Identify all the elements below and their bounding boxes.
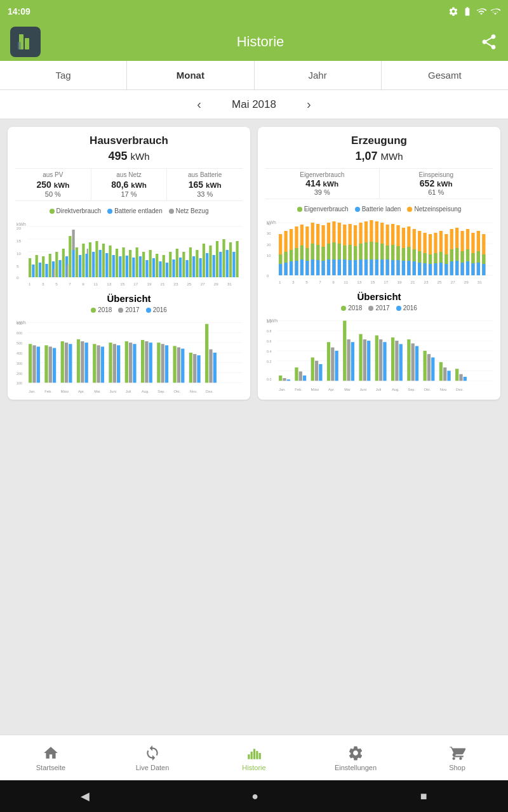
svg-rect-64 [182,252,185,277]
svg-rect-337 [375,336,378,381]
svg-rect-243 [402,261,405,275]
nav-startseite[interactable]: Startseite [0,735,102,780]
svg-rect-209 [343,246,346,259]
svg-rect-227 [375,242,378,259]
svg-rect-276 [460,263,464,275]
svg-rect-367 [248,754,250,759]
svg-rect-119 [65,343,68,383]
svg-rect-118 [61,341,64,383]
svg-text:11: 11 [344,280,349,284]
svg-rect-225 [370,259,373,275]
prev-arrow[interactable]: ‹ [192,92,206,117]
svg-rect-57 [159,261,161,277]
svg-text:Apr.: Apr. [78,390,85,393]
nav-livedaten[interactable]: Live Daten [102,735,203,780]
svg-rect-279 [466,261,469,275]
svg-rect-347 [427,354,431,381]
svg-text:13: 13 [357,280,362,284]
hausverbrauch-title: Hausverbrauch [15,134,243,147]
svg-text:600: 600 [17,331,22,335]
svg-rect-128 [113,344,116,383]
svg-text:27: 27 [451,280,456,284]
svg-rect-236 [391,245,394,260]
svg-text:Sep.: Sep. [157,390,165,393]
svg-rect-336 [367,341,370,381]
svg-rect-210 [343,259,346,275]
share-icon[interactable] [480,33,498,51]
svg-rect-180 [290,261,293,275]
svg-rect-216 [354,260,357,275]
tab-gesamt[interactable]: Gesamt [382,61,508,89]
svg-rect-204 [332,259,335,275]
svg-rect-28 [69,236,71,277]
date-label: Mai 2018 [232,98,276,111]
svg-text:Okt.: Okt. [424,388,431,391]
svg-rect-189 [305,261,309,275]
tab-tag[interactable]: Tag [0,61,127,89]
app-logo [10,27,41,57]
svg-rect-55 [152,258,155,277]
recents-button[interactable]: ■ [420,790,427,803]
svg-rect-23 [55,252,58,277]
eigenverbrauch-source: Eigenverbrauch 414 kWh 39 % [265,169,380,199]
svg-rect-334 [359,334,362,381]
svg-rect-47 [126,256,128,277]
svg-rect-192 [311,259,314,275]
aus-batterie: aus Batterie 165 kWh 33 % [167,169,243,200]
svg-text:19: 19 [397,280,402,284]
svg-text:5: 5 [17,264,19,268]
svg-text:700: 700 [17,322,22,325]
svg-text:März: März [311,388,319,391]
svg-rect-32 [79,255,81,277]
svg-text:29: 29 [214,282,219,286]
tab-jahr[interactable]: Jahr [255,61,382,89]
svg-rect-16 [36,255,38,277]
svg-rect-258 [429,264,432,275]
svg-rect-339 [383,342,386,381]
svg-rect-54 [149,250,152,277]
svg-rect-233 [386,246,389,259]
back-button[interactable]: ◀ [81,789,90,803]
home-button[interactable]: ● [251,790,258,803]
svg-rect-255 [423,263,426,275]
svg-text:31: 31 [227,282,232,286]
svg-rect-116 [49,346,52,383]
svg-rect-201 [327,259,330,275]
next-arrow[interactable]: › [302,92,316,117]
svg-rect-248 [413,249,416,261]
svg-rect-215 [354,246,357,260]
svg-text:Nov.: Nov. [190,390,197,393]
svg-rect-80 [236,241,238,277]
nav-historie[interactable]: Historie [203,735,305,780]
svg-rect-124 [93,344,96,383]
app-title: Historie [237,34,284,50]
svg-text:9: 9 [332,280,335,284]
status-time: 14:09 [8,6,30,16]
nav-einstellungen[interactable]: Einstellungen [305,735,406,780]
svg-rect-14 [29,258,31,277]
svg-rect-282 [471,263,474,275]
svg-rect-68 [196,250,198,277]
svg-rect-62 [176,249,178,277]
svg-text:Sep.: Sep. [408,388,415,391]
svg-rect-15 [32,265,34,277]
svg-rect-345 [415,346,418,381]
svg-rect-174 [279,264,282,275]
svg-rect-351 [447,370,450,381]
svg-rect-176 [284,252,287,263]
nav-shop[interactable]: Shop [406,735,508,780]
svg-rect-222 [364,259,368,275]
svg-rect-275 [460,251,464,263]
svg-rect-33 [82,244,84,277]
svg-rect-179 [290,250,293,261]
svg-rect-58 [163,255,165,277]
svg-rect-230 [380,244,384,259]
svg-text:Aug.: Aug. [392,388,399,391]
svg-rect-353 [459,374,462,381]
svg-rect-252 [418,263,421,275]
svg-rect-48 [129,250,131,277]
svg-rect-342 [399,344,403,381]
signal-icon [490,6,500,16]
tab-monat[interactable]: Monat [127,61,254,89]
svg-rect-129 [117,345,120,383]
